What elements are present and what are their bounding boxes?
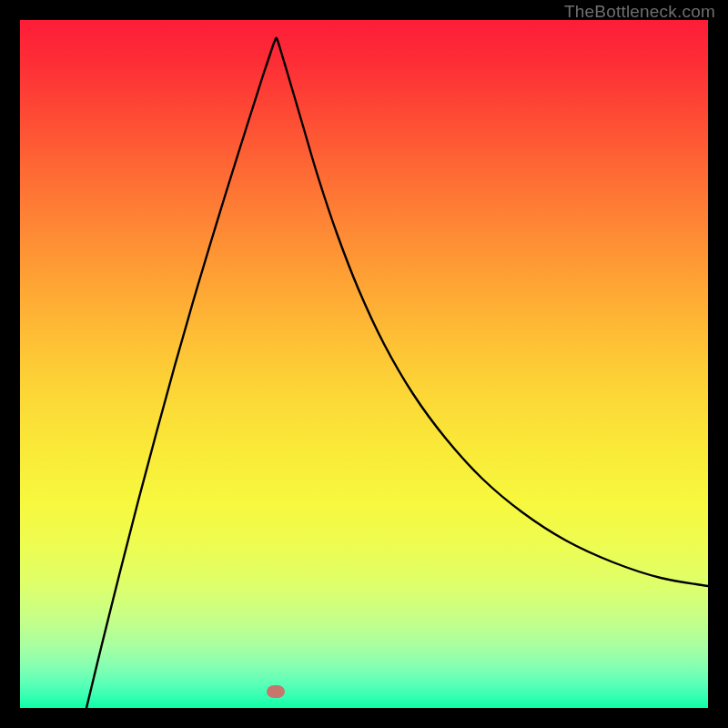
watermark-text: TheBottleneck.com: [564, 2, 715, 22]
curve-svg: [20, 20, 708, 708]
bottleneck-curve: [86, 38, 708, 708]
plot-area: [20, 20, 708, 708]
chart-frame: TheBottleneck.com: [0, 0, 728, 728]
